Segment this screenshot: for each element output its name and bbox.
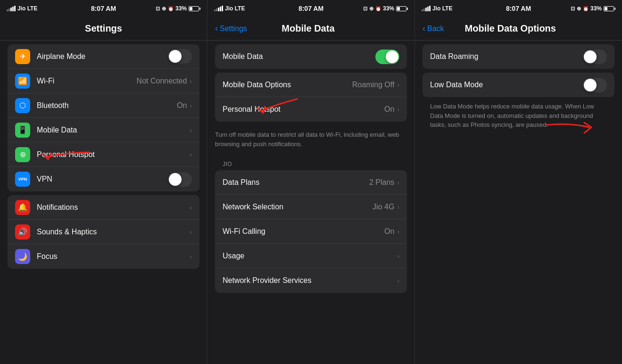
- item-label: Notifications: [37, 203, 190, 212]
- status-time: 8:07 AM: [91, 5, 116, 12]
- item-value: On: [177, 101, 187, 110]
- chevron-right-icon: ›: [397, 252, 399, 260]
- status-bar: Jio LTE8:07 AM⊡⊕⏰33%: [415, 0, 622, 17]
- focus-icon: 🌙: [15, 249, 30, 264]
- vpn-icon: VPN: [15, 172, 30, 187]
- list-item[interactable]: ⬡BluetoothOn›: [8, 93, 199, 118]
- status-right: ⊡⊕⏰33%: [156, 5, 200, 12]
- nav-bar: ‹BackMobile Data Options: [415, 17, 622, 41]
- item-label: Mobile Data Options: [223, 81, 352, 89]
- back-arrow-icon: ‹: [215, 24, 218, 33]
- status-left: Jio LTE: [422, 5, 452, 12]
- list-item[interactable]: Network Provider Services›: [215, 268, 407, 293]
- list-item[interactable]: 🌙Focus›: [8, 244, 199, 269]
- nav-bar: Settings: [0, 17, 207, 41]
- hotspot-icon: ⊛: [15, 147, 30, 162]
- item-label: Bluetooth: [37, 101, 177, 110]
- notification-icon: 🔔: [15, 200, 30, 215]
- page-title: Mobile Data Options: [444, 23, 577, 34]
- toggle-switch[interactable]: [375, 50, 399, 64]
- list-item[interactable]: Mobile Data: [215, 44, 407, 69]
- section-group: Mobile Data OptionsRoaming Off›Personal …: [207, 73, 415, 125]
- phone-panel-mobile-data-options: Jio LTE8:07 AM⊡⊕⏰33%‹BackMobile Data Opt…: [415, 0, 622, 364]
- description-text: Low Data Mode helps reduce mobile data u…: [423, 97, 614, 136]
- settings-content: Data RoamingLow Data ModeLow Data Mode h…: [415, 41, 622, 364]
- list-item[interactable]: VPNVPN: [8, 167, 199, 191]
- back-button[interactable]: ‹Settings: [215, 24, 247, 33]
- toggle-switch[interactable]: [168, 49, 192, 64]
- section-group: 🔔Notifications›🔊Sounds & Haptics›🌙Focus›: [0, 195, 207, 273]
- carrier-label: Jio LTE: [432, 5, 452, 12]
- description-text: Turn off mobile data to restrict all dat…: [207, 125, 415, 155]
- list-item[interactable]: Data Plans2 Plans›: [215, 170, 407, 195]
- sound-icon: 🔊: [15, 224, 30, 240]
- alarm-icon: ⏰: [168, 6, 174, 11]
- toggle-switch[interactable]: [583, 50, 607, 64]
- item-label: Wi-Fi Calling: [223, 227, 384, 236]
- item-group: Mobile Data: [215, 44, 407, 69]
- toggle-knob: [584, 79, 597, 91]
- list-item[interactable]: 📱Mobile Data›: [8, 118, 199, 142]
- list-item[interactable]: Wi-Fi CallingOn›: [215, 219, 407, 244]
- item-label: Personal Hotspot: [37, 150, 190, 159]
- item-group: Data Roaming: [423, 44, 614, 69]
- back-label: Back: [427, 25, 444, 33]
- chevron-right-icon: ›: [397, 179, 399, 186]
- chevron-right-icon: ›: [190, 77, 192, 85]
- back-button[interactable]: ‹Back: [423, 24, 444, 33]
- mobile-icon: 📱: [15, 123, 30, 138]
- car-icon: ⊡: [156, 6, 160, 12]
- status-bar: Jio LTE8:07 AM⊡⊕⏰33%: [0, 0, 207, 17]
- item-label: Focus: [37, 252, 190, 261]
- list-item[interactable]: ⊛Personal Hotspot›: [8, 142, 199, 167]
- battery-percent: 33%: [383, 5, 394, 12]
- battery-icon: [189, 6, 200, 11]
- signal-bars-icon: [214, 6, 223, 11]
- item-group: Data Plans2 Plans›Network SelectionJio 4…: [215, 170, 407, 293]
- battery-icon: [396, 6, 408, 11]
- list-item[interactable]: Mobile Data OptionsRoaming Off›: [215, 73, 407, 97]
- list-item[interactable]: 📶Wi-FiNot Connected›: [8, 69, 199, 93]
- list-item[interactable]: Data Roaming: [423, 44, 614, 69]
- section-group: Mobile Data: [207, 41, 415, 73]
- toggle-knob: [169, 50, 182, 63]
- lock-icon: ⊕: [369, 6, 373, 12]
- section-group: Data Roaming: [415, 41, 622, 73]
- list-item[interactable]: Low Data Mode: [423, 73, 614, 97]
- list-item[interactable]: Network SelectionJio 4G›: [215, 195, 407, 219]
- item-group: 🔔Notifications›🔊Sounds & Haptics›🌙Focus›: [8, 195, 199, 269]
- chevron-right-icon: ›: [397, 81, 399, 89]
- list-item[interactable]: 🔔Notifications›: [8, 195, 199, 220]
- item-value: On: [384, 227, 394, 236]
- list-item[interactable]: Usage›: [215, 244, 407, 268]
- item-group: ✈Airplane Mode📶Wi-FiNot Connected›⬡Bluet…: [8, 44, 199, 191]
- item-label: Wi-Fi: [37, 77, 137, 85]
- toggle-switch[interactable]: [168, 172, 192, 187]
- page-title: Settings: [45, 23, 162, 34]
- signal-bars-icon: [7, 6, 16, 11]
- chevron-right-icon: ›: [397, 228, 399, 235]
- list-item[interactable]: ✈Airplane Mode: [8, 44, 199, 69]
- section-group: Low Data ModeLow Data Mode helps reduce …: [415, 73, 622, 140]
- item-label: Airplane Mode: [37, 52, 168, 61]
- item-value: Jio 4G: [373, 203, 394, 211]
- list-item[interactable]: 🔊Sounds & Haptics›: [8, 220, 199, 244]
- bluetooth-icon: ⬡: [15, 98, 30, 113]
- status-left: Jio LTE: [214, 5, 245, 12]
- list-item[interactable]: Personal HotspotOn›: [215, 97, 407, 122]
- airplane-icon: ✈: [15, 49, 30, 64]
- item-value: Roaming Off: [352, 81, 395, 89]
- section-group: JIOData Plans2 Plans›Network SelectionJi…: [207, 155, 415, 297]
- item-label: Low Data Mode: [430, 81, 583, 89]
- item-label: VPN: [37, 175, 168, 183]
- phone-panel-settings-main: Jio LTE8:07 AM⊡⊕⏰33%Settings✈Airplane Mo…: [0, 0, 207, 364]
- item-label: Personal Hotspot: [223, 105, 384, 114]
- chevron-right-icon: ›: [397, 203, 399, 211]
- toggle-knob: [584, 50, 597, 63]
- chevron-right-icon: ›: [190, 102, 192, 109]
- chevron-right-icon: ›: [190, 228, 192, 236]
- status-time: 8:07 AM: [506, 5, 531, 12]
- toggle-knob: [386, 50, 398, 63]
- toggle-switch[interactable]: [583, 78, 607, 92]
- battery-percent: 33%: [590, 5, 602, 12]
